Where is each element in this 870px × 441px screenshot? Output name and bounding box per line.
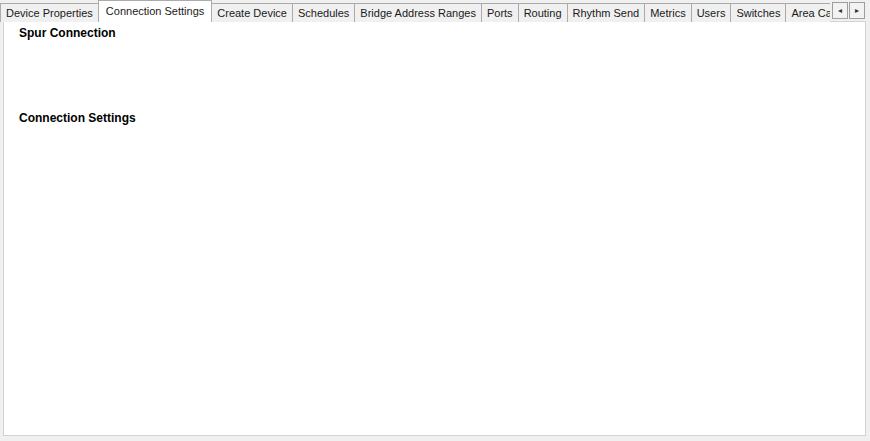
tab-strip: Device PropertiesConnection SettingsCrea… <box>0 0 830 22</box>
tab-create-device[interactable]: Create Device <box>211 3 293 22</box>
connection-settings-window: Device PropertiesConnection SettingsCrea… <box>0 0 870 441</box>
tab-connection-settings[interactable]: Connection Settings <box>98 0 212 22</box>
tab-scroll-left-icon: ◂ <box>838 6 842 15</box>
tab-page <box>3 21 866 436</box>
tab-scroll-right-icon: ▸ <box>855 6 859 15</box>
tab-metrics[interactable]: Metrics <box>644 3 691 22</box>
tab-device-properties[interactable]: Device Properties <box>0 3 99 22</box>
tab-scroll-right-button[interactable]: ▸ <box>849 2 865 19</box>
tab-scroll-left-button[interactable]: ◂ <box>832 2 848 19</box>
tab-schedules[interactable]: Schedules <box>292 3 355 22</box>
spur-connection-group-title: Spur Connection <box>15 26 120 40</box>
tab-area-casca[interactable]: Area Casca <box>785 3 830 22</box>
tab-rhythm-send[interactable]: Rhythm Send <box>567 3 646 22</box>
tab-bridge-address-ranges[interactable]: Bridge Address Ranges <box>354 3 482 22</box>
tab-ports[interactable]: Ports <box>481 3 519 22</box>
tab-users[interactable]: Users <box>691 3 732 22</box>
connection-settings-group-title: Connection Settings <box>15 111 140 125</box>
tab-switches[interactable]: Switches <box>730 3 786 22</box>
tab-routing[interactable]: Routing <box>518 3 568 22</box>
